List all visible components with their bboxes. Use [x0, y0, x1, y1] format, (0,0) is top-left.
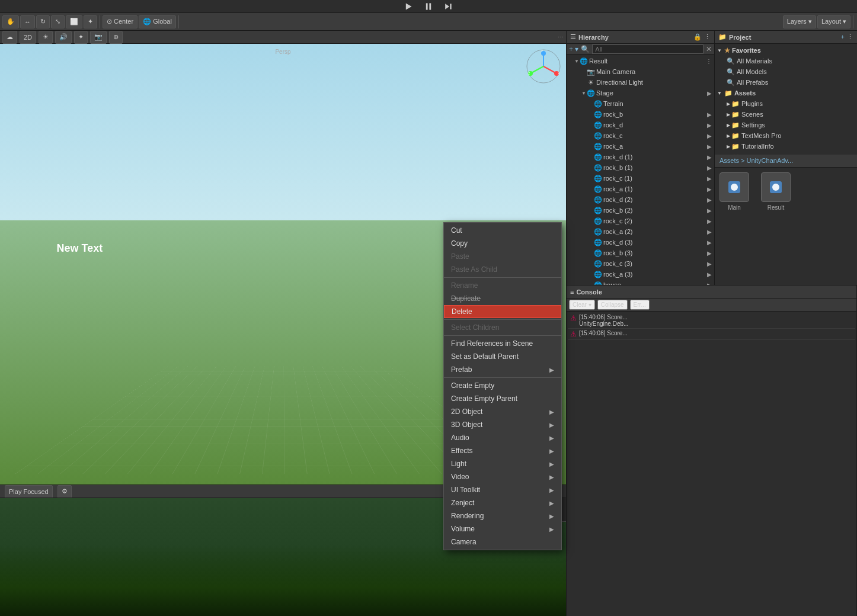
- tree-expand[interactable]: ▶: [707, 207, 712, 214]
- console-clear-btn[interactable]: Clear ▾: [569, 300, 595, 310]
- tree-item-rock-a2[interactable]: 🌐rock_a (2)▶: [567, 226, 714, 237]
- ctx-create-empty-parent[interactable]: Create Empty Parent: [444, 392, 561, 405]
- ctx-volume[interactable]: Volume▶: [444, 522, 561, 535]
- project-settings[interactable]: ▶ 📁 Settings: [715, 120, 857, 130]
- tree-item-rock-d2[interactable]: 🌐rock_d (2)▶: [567, 194, 714, 205]
- project-textmeshpro[interactable]: ▶ 📁 TextMesh Pro: [715, 130, 857, 141]
- ctx-effects[interactable]: Effects▶: [444, 444, 561, 457]
- project-all-models[interactable]: 🔍 All Models: [715, 66, 857, 77]
- play-button[interactable]: [402, 0, 415, 13]
- asset-icon-main[interactable]: Main: [720, 172, 749, 211]
- ctx-delete[interactable]: Delete: [444, 305, 561, 318]
- project-add-icon[interactable]: +: [841, 33, 845, 41]
- tree-expand[interactable]: ▶: [707, 165, 712, 171]
- tree-item-rock-a1[interactable]: 🌐rock_a (1)▶: [567, 184, 714, 194]
- play-focused-btn[interactable]: Play Focused: [5, 485, 53, 498]
- tree-item-menu[interactable]: ⋮: [706, 58, 712, 65]
- tree-item-rock-d3[interactable]: 🌐rock_d (3)▶: [567, 237, 714, 248]
- ctx-audio[interactable]: Audio▶: [444, 431, 561, 444]
- tree-item-rock-c[interactable]: 🌐rock_c▶: [567, 130, 714, 141]
- scene-light-btn[interactable]: ☀: [39, 31, 53, 44]
- tree-item-main-camera[interactable]: 📷 Main Camera: [567, 66, 714, 77]
- tree-expand[interactable]: ▶: [707, 197, 712, 203]
- ctx-3d-object[interactable]: 3D Object▶: [444, 418, 561, 431]
- console-message-2[interactable]: ⚠ [15:40:08] Score...: [568, 329, 855, 340]
- tree-item-rock-b[interactable]: 🌐rock_b▶: [567, 109, 714, 120]
- tree-item-dir-light[interactable]: ☀ Directional Light: [567, 77, 714, 88]
- tree-item-rock-c2[interactable]: 🌐rock_c (2)▶: [567, 216, 714, 226]
- toolbar-move-btn[interactable]: ↔: [20, 15, 35, 28]
- tree-expand[interactable]: ▶: [707, 261, 712, 267]
- console-message-1[interactable]: ⚠ [15:40:06] Score...UnityEngine.Deb...: [568, 313, 855, 329]
- tree-item-house[interactable]: 🌐house▶: [567, 280, 714, 285]
- ctx-camera[interactable]: Camera: [444, 535, 561, 548]
- ctx-cut[interactable]: Cut: [444, 224, 561, 237]
- asset-icon-result[interactable]: Result: [761, 172, 791, 211]
- ctx-2d-object[interactable]: 2D Object▶: [444, 405, 561, 418]
- ctx-video[interactable]: Video▶: [444, 470, 561, 483]
- tree-item-rock-b3[interactable]: 🌐rock_b (3)▶: [567, 248, 714, 258]
- project-more-icon[interactable]: ⋮: [847, 33, 853, 41]
- tree-expand[interactable]: ▶: [707, 175, 712, 182]
- ctx-prefab[interactable]: Prefab▶: [444, 363, 561, 376]
- project-all-prefabs[interactable]: 🔍 All Prefabs: [715, 77, 857, 88]
- tree-item-expand[interactable]: ▶: [707, 90, 712, 97]
- ctx-light[interactable]: Light▶: [444, 457, 561, 470]
- ctx-duplicate[interactable]: Duplicate: [444, 292, 561, 305]
- scene-2d-btn[interactable]: 2D: [20, 31, 36, 44]
- tree-expand[interactable]: ▶: [707, 143, 712, 150]
- tree-item-rock-d[interactable]: 🌐rock_d▶: [567, 120, 714, 130]
- toolbar-scale-btn[interactable]: ⤡: [51, 15, 65, 28]
- scene-effects-btn[interactable]: ✦: [74, 31, 88, 44]
- step-button[interactable]: [442, 0, 455, 13]
- hierarchy-lock-icon[interactable]: 🔒: [693, 33, 702, 41]
- ctx-zenject[interactable]: Zenject▶: [444, 496, 561, 509]
- console-collapse-btn[interactable]: Collapse: [597, 300, 628, 310]
- tree-expand[interactable]: ▶: [707, 271, 712, 278]
- tree-expand[interactable]: ▶: [707, 250, 712, 256]
- toolbar-rotate-btn[interactable]: ↻: [36, 15, 50, 28]
- project-all-materials[interactable]: 🔍 All Materials: [715, 56, 857, 66]
- toolbar-hand-btn[interactable]: ✋: [2, 15, 19, 28]
- ctx-find-refs[interactable]: Find References in Scene: [444, 337, 561, 350]
- ctx-create-empty[interactable]: Create Empty: [444, 379, 561, 392]
- tree-expand[interactable]: ▶: [707, 186, 712, 192]
- tree-expand[interactable]: ▶: [707, 218, 712, 224]
- project-plugins[interactable]: ▶ 📁 Plugins: [715, 98, 857, 109]
- scene-view-btn[interactable]: ☁: [2, 31, 17, 44]
- tree-expand[interactable]: ▶: [707, 111, 712, 118]
- tree-item-result[interactable]: ▼ 🌐 Result ⋮: [567, 56, 714, 66]
- toolbar-global-btn[interactable]: 🌐 Global: [139, 15, 176, 28]
- project-assets-header[interactable]: ▼ 📁 Assets: [715, 88, 857, 98]
- tree-expand[interactable]: ▶: [707, 239, 712, 246]
- scene-gizmos-btn[interactable]: ⊕: [109, 31, 123, 44]
- tree-item-rock-d1[interactable]: 🌐rock_d (1)▶: [567, 152, 714, 162]
- tree-expand[interactable]: ▶: [707, 154, 712, 161]
- tree-item-rock-b1[interactable]: 🌐rock_b (1)▶: [567, 162, 714, 173]
- project-favorites-header[interactable]: ▼ ★ Favorites: [715, 45, 857, 56]
- pause-button[interactable]: [422, 0, 435, 13]
- toolbar-all-btn[interactable]: ✦: [84, 15, 97, 28]
- tree-item-rock-b2[interactable]: 🌐rock_b (2)▶: [567, 205, 714, 216]
- scene-camera-btn[interactable]: 📷: [90, 31, 107, 44]
- toolbar-layers-btn[interactable]: Layers ▾: [783, 15, 816, 28]
- tree-item-stage[interactable]: ▼ 🌐 Stage ▶: [567, 88, 714, 98]
- console-err-btn[interactable]: Err...: [630, 300, 650, 310]
- project-tutorialinfo[interactable]: ▶ 📁 TutorialInfo: [715, 141, 857, 152]
- tree-item-rock-a[interactable]: 🌐rock_a▶: [567, 141, 714, 152]
- tree-expand[interactable]: ▶: [707, 229, 712, 235]
- tree-item-rock-c3[interactable]: 🌐rock_c (3)▶: [567, 258, 714, 269]
- scene-settings-btn[interactable]: ⚙: [57, 485, 72, 498]
- tree-item-rock-a3[interactable]: 🌐rock_a (3)▶: [567, 269, 714, 280]
- tree-item-rock-c1[interactable]: 🌐rock_c (1)▶: [567, 173, 714, 184]
- ctx-rendering[interactable]: Rendering▶: [444, 509, 561, 522]
- hierarchy-add-icon[interactable]: + ▾: [569, 45, 578, 53]
- ctx-copy[interactable]: Copy: [444, 237, 561, 250]
- project-scenes[interactable]: ▶ 📁 Scenes: [715, 109, 857, 120]
- tree-expand[interactable]: ▶: [707, 282, 712, 285]
- toolbar-rect-btn[interactable]: ⬜: [66, 15, 82, 28]
- toolbar-layout-btn[interactable]: Layout ▾: [817, 15, 850, 28]
- scene-audio-btn[interactable]: 🔊: [55, 31, 72, 44]
- tree-item-terrain[interactable]: 🌐 Terrain: [567, 98, 714, 109]
- hierarchy-search-input[interactable]: [592, 44, 703, 54]
